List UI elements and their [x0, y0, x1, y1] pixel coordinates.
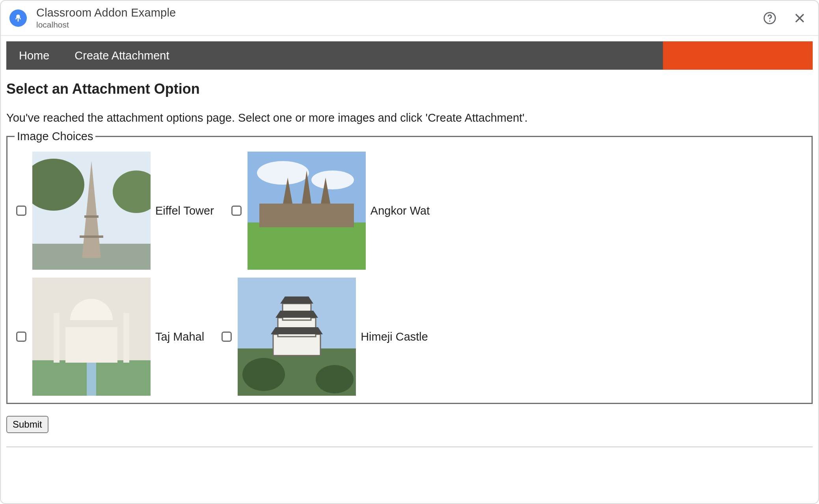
dialog-frame: Classroom Addon Example localhost Home C… — [0, 0, 819, 504]
svg-point-2 — [769, 20, 770, 21]
nav-accent — [663, 41, 813, 70]
label-eiffel-tower: Eiffel Tower — [155, 204, 214, 217]
choice-himeji-castle[interactable]: Himeji Castle — [220, 278, 428, 396]
addon-icon — [9, 9, 27, 27]
dialog-title: Classroom Addon Example — [36, 6, 176, 19]
help-icon[interactable] — [763, 11, 776, 25]
navbar: Home Create Attachment — [6, 41, 813, 70]
svg-rect-20 — [273, 334, 320, 356]
thumb-himeji-castle — [238, 278, 356, 396]
checkbox-taj-mahal[interactable] — [16, 332, 26, 342]
label-taj-mahal: Taj Mahal — [155, 330, 204, 343]
checkbox-eiffel-tower[interactable] — [16, 206, 26, 216]
choice-taj-mahal[interactable]: Taj Mahal — [15, 278, 204, 396]
fieldset-legend: Image Choices — [15, 130, 95, 143]
svg-point-23 — [242, 358, 285, 391]
label-angkor-wat: Angkor Wat — [370, 204, 430, 217]
dialog-subtitle: localhost — [36, 20, 176, 30]
dialog-titles: Classroom Addon Example localhost — [36, 6, 176, 30]
svg-rect-17 — [123, 313, 129, 363]
nav-create-attachment[interactable]: Create Attachment — [62, 41, 182, 70]
choice-eiffel-tower[interactable]: Eiffel Tower — [15, 152, 214, 270]
thumb-angkor-wat — [248, 152, 366, 270]
dialog-header: Classroom Addon Example localhost — [1, 1, 818, 36]
thumb-taj-mahal — [32, 278, 151, 396]
svg-point-24 — [316, 365, 354, 393]
addon-content: Home Create Attachment Select an Attachm… — [1, 36, 818, 458]
image-choices-fieldset: Image Choices Eiffel Tow — [6, 130, 813, 404]
choices-grid: Eiffel Tower Angkor Wa — [15, 152, 804, 396]
svg-rect-11 — [259, 204, 354, 227]
checkbox-himeji-castle[interactable] — [222, 332, 232, 342]
submit-button[interactable]: Submit — [6, 416, 48, 433]
close-icon[interactable] — [793, 11, 806, 25]
label-himeji-castle: Himeji Castle — [361, 330, 428, 343]
choice-angkor-wat[interactable]: Angkor Wat — [230, 152, 430, 270]
divider — [6, 447, 813, 447]
svg-point-9 — [311, 170, 354, 189]
svg-rect-15 — [65, 327, 117, 363]
checkbox-angkor-wat[interactable] — [231, 206, 242, 216]
svg-point-8 — [257, 161, 309, 185]
thumb-eiffel-tower — [32, 152, 151, 270]
svg-rect-10 — [248, 222, 366, 270]
nav-home[interactable]: Home — [6, 41, 62, 70]
page-lead: You've reached the attachment options pa… — [6, 111, 813, 124]
svg-rect-14 — [87, 360, 96, 396]
svg-rect-16 — [54, 313, 60, 363]
page-title: Select an Attachment Option — [6, 81, 813, 97]
